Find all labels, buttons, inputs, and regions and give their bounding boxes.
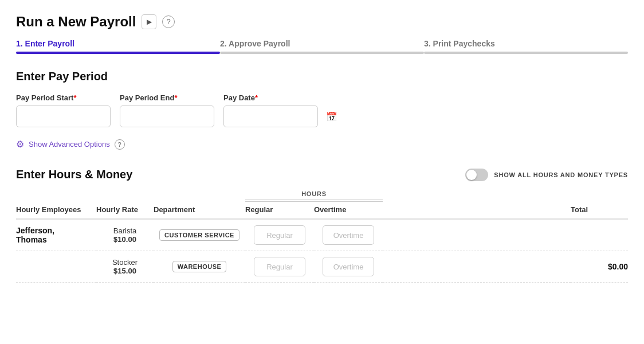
total-1	[571, 219, 628, 251]
regular-cell-2[interactable]	[245, 251, 314, 283]
col-header-overtime: Overtime	[314, 202, 383, 220]
pay-period-start-wrapper[interactable]: 📅	[16, 105, 111, 127]
hours-money-header: Enter Hours & Money SHOW ALL HOURS AND M…	[16, 168, 628, 181]
rate-2: Stocker$15.00	[96, 251, 154, 283]
step-3-line	[424, 52, 628, 54]
dept-badge-2: WAREHOUSE	[172, 261, 227, 272]
page-wrapper: Run a New Payroll ▶ ? 1. Enter Payroll 2…	[0, 0, 644, 296]
regular-input-1[interactable]	[254, 225, 305, 245]
pay-date-input[interactable]	[230, 112, 326, 121]
col-header-rate-blank	[96, 190, 154, 202]
advanced-options-row: ⚙ Show Advanced Options ?	[16, 139, 628, 150]
pay-period-end-wrapper[interactable]: 📅	[120, 105, 214, 127]
help-icon-button[interactable]: ?	[162, 15, 175, 28]
pay-period-fields: Pay Period Start* 📅 Pay Period End* 📅 Pa…	[16, 93, 628, 127]
page-title: Run a New Payroll	[16, 14, 136, 30]
gear-icon[interactable]: ⚙	[16, 139, 24, 150]
col-header-total: Total	[571, 202, 628, 220]
regular-input-2[interactable]	[254, 257, 305, 276]
step-3-label: 3. Print Paychecks	[424, 39, 628, 48]
table-row: Jefferson,Thomas Barista$10.00 CUSTOMER …	[16, 219, 628, 251]
step-1-label: 1. Enter Payroll	[16, 39, 220, 48]
calendar-icon-pay-date[interactable]: 📅	[326, 111, 337, 122]
col-header-regular: Regular	[245, 202, 314, 220]
pay-period-start-group: Pay Period Start* 📅	[16, 93, 111, 127]
hours-money-title: Enter Hours & Money	[16, 168, 132, 181]
total-2: $0.00	[571, 251, 628, 283]
dept-2: WAREHOUSE	[154, 251, 245, 283]
pay-period-end-group: Pay Period End* 📅	[120, 93, 214, 127]
overtime-cell-1[interactable]	[314, 219, 383, 251]
toggle-text: SHOW ALL HOURS AND MONEY TYPES	[494, 171, 628, 178]
show-advanced-options-link[interactable]: Show Advanced Options	[29, 140, 110, 148]
col-header-dept-blank	[154, 190, 245, 202]
pay-period-end-label: Pay Period End*	[120, 93, 214, 102]
dept-1: CUSTOMER SERVICE	[154, 219, 245, 251]
hours-group-header: HOURS	[245, 190, 383, 202]
table-row: Stocker$15.00 WAREHOUSE $0.00	[16, 251, 628, 283]
step-1-line	[16, 52, 220, 54]
step-2-line	[220, 52, 424, 54]
pay-date-label: Pay Date*	[223, 93, 318, 102]
advanced-help-icon[interactable]: ?	[115, 139, 125, 150]
hours-label: HOURS	[301, 190, 327, 197]
page-header: Run a New Payroll ▶ ?	[16, 14, 628, 30]
col-header-employees: Hourly Employees	[16, 202, 96, 220]
col-header-employee-blank	[16, 190, 96, 202]
overtime-input-2[interactable]	[323, 257, 374, 276]
step-print-paychecks[interactable]: 3. Print Paychecks	[424, 39, 628, 54]
col-header-department: Department	[154, 202, 245, 220]
video-icon-button[interactable]: ▶	[142, 14, 156, 29]
employee-name-1: Jefferson,Thomas	[16, 219, 96, 251]
col-header-rate: Hourly Rate	[96, 202, 154, 220]
toggle-label: SHOW ALL HOURS AND MONEY TYPES	[465, 169, 628, 181]
step-2-label: 2. Approve Payroll	[220, 39, 424, 48]
overtime-input-1[interactable]	[323, 225, 374, 245]
pay-period-start-label: Pay Period Start*	[16, 93, 111, 102]
overtime-cell-2[interactable]	[314, 251, 383, 283]
pay-period-start-input[interactable]	[22, 112, 119, 121]
payroll-table: HOURS Hourly Employees Hourly Rate Depar…	[16, 190, 628, 283]
pay-date-wrapper[interactable]: 📅	[223, 105, 318, 127]
pay-period-end-input[interactable]	[126, 112, 222, 121]
col-header-total-blank	[571, 190, 628, 202]
employee-name-2	[16, 251, 96, 283]
rate-1: Barista$10.00	[96, 219, 154, 251]
step-bar: 1. Enter Payroll 2. Approve Payroll 3. P…	[16, 39, 628, 54]
step-enter-payroll[interactable]: 1. Enter Payroll	[16, 39, 220, 54]
step-approve-payroll[interactable]: 2. Approve Payroll	[220, 39, 424, 54]
show-all-hours-toggle[interactable]	[465, 169, 488, 181]
regular-cell-1[interactable]	[245, 219, 314, 251]
pay-period-title: Enter Pay Period	[16, 70, 628, 83]
dept-badge-1: CUSTOMER SERVICE	[159, 229, 239, 241]
pay-date-group: Pay Date* 📅	[223, 93, 318, 127]
